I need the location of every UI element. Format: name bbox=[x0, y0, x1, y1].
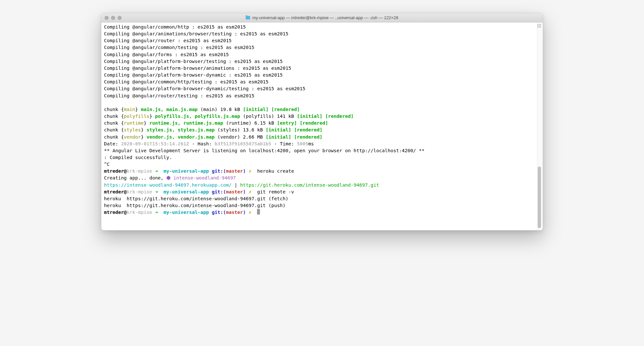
chunk-name: runtime bbox=[124, 120, 144, 126]
prompt-arrow-icon: ➜ bbox=[155, 168, 163, 174]
terminal-body[interactable]: Compiling @angular/common/http : es2015 … bbox=[101, 22, 543, 230]
terminal-window: my-universal-app — mtreder@krk-mpioe — .… bbox=[101, 13, 543, 230]
git-remote-line: heroku https://git.heroku.com/intense-wo… bbox=[104, 195, 540, 202]
chunk-files: styles.js, styles.js.map bbox=[147, 127, 215, 132]
compile-line: Compiling @angular/platform-browser-dyna… bbox=[104, 85, 540, 92]
close-button[interactable] bbox=[105, 16, 109, 20]
git-remote-line: heroku https://git.heroku.com/intense-wo… bbox=[104, 202, 540, 209]
chunk-line: chunk {styles} styles.js, styles.js.map … bbox=[104, 127, 540, 133]
chunk-tags: [initial] [rendered] bbox=[243, 107, 300, 112]
window-title-text: my-universal-app — mtreder@krk-mpioe — .… bbox=[252, 15, 398, 20]
prompt-dir: my-universal-app bbox=[163, 189, 212, 194]
prompt-git-label: git:( bbox=[212, 168, 226, 174]
heroku-urls-line: https://intense-woodland-94697.herokuapp… bbox=[104, 182, 540, 189]
compile-line: Compiling @angular/router/testing : es20… bbox=[104, 93, 540, 99]
build-info-line: Date: 2020-09-01T15:53:14.261Z - Hash: b… bbox=[104, 141, 540, 147]
build-hash: b3f513f91655875ab1b5 bbox=[214, 141, 271, 146]
prompt-git-branch: master bbox=[226, 168, 243, 174]
prompt-git-close: ) bbox=[243, 210, 249, 215]
folder-icon bbox=[246, 16, 250, 19]
chunk-line: chunk {runtime} runtime.js, runtime.js.m… bbox=[104, 120, 540, 127]
prompt-host: krk-mpioe bbox=[127, 168, 155, 174]
prompt-git-label: git:( bbox=[212, 210, 226, 215]
chunk-line: chunk {vendor} vendor.js, vendor.js.map … bbox=[104, 134, 540, 141]
chunk-meta: (styles) 13.6 kB bbox=[217, 127, 263, 132]
compile-line: Compiling @angular/forms : es2015 as esm… bbox=[104, 51, 540, 58]
chunk-meta: (vendor) 2.66 MB bbox=[217, 134, 263, 140]
chunk-meta: (polyfills) 141 kB bbox=[243, 114, 294, 119]
chunk-name: styles bbox=[124, 127, 141, 132]
prompt-git-branch: master bbox=[226, 189, 243, 194]
compile-line: Compiling @angular/animations/browser/te… bbox=[104, 31, 540, 37]
chunk-name: polyfills bbox=[124, 114, 149, 119]
chunk-tags: [initial] [rendered] bbox=[297, 114, 354, 119]
zoom-button[interactable] bbox=[118, 16, 122, 20]
compile-line: Compiling @angular/common/http/testing :… bbox=[104, 79, 540, 85]
chunk-meta: (main) 19.8 kB bbox=[200, 107, 240, 112]
prompt-line: mtreder@krk-mpioe ➜ my-universal-app git… bbox=[104, 168, 540, 175]
titlebar[interactable]: my-universal-app — mtreder@krk-mpioe — .… bbox=[101, 13, 543, 22]
scrollbar-thumb[interactable] bbox=[538, 167, 541, 228]
compile-line: Compiling @angular/platform-browser/test… bbox=[104, 58, 540, 65]
chunk-line: chunk {main} main.js, main.js.map (main)… bbox=[104, 106, 540, 113]
compile-line: Compiling @angular/router : es2015 as es… bbox=[104, 37, 540, 44]
compile-line: Compiling @angular/platform-browser-dyna… bbox=[104, 72, 540, 79]
blank-line bbox=[104, 99, 540, 106]
heroku-creating-line: Creating app... done, ⬢ intense-woodland… bbox=[104, 175, 540, 181]
heroku-web-url: https://intense-woodland-94697.herokuapp… bbox=[104, 182, 232, 188]
compile-line: Compiling @angular/common/testing : es20… bbox=[104, 44, 540, 51]
scrollbar-track[interactable] bbox=[537, 23, 542, 229]
prompt-git-branch: master bbox=[226, 210, 243, 215]
server-listening-line: ** Angular Live Development Server is li… bbox=[104, 147, 540, 154]
minimize-button[interactable] bbox=[111, 16, 115, 20]
prompt-arrow-icon: ➜ bbox=[155, 189, 163, 194]
prompt-dir: my-universal-app bbox=[163, 168, 212, 174]
compile-line: Compiling @angular/common/http : es2015 … bbox=[104, 24, 540, 31]
prompt-git-close: ) bbox=[243, 168, 249, 174]
chunk-tags: [initial] [rendered] bbox=[266, 127, 323, 132]
traffic-lights bbox=[105, 16, 122, 20]
compiled-success-line: : Compiled successfully. bbox=[104, 154, 540, 161]
prompt-host: krk-mpioe bbox=[127, 189, 155, 194]
chunk-name: vendor bbox=[124, 134, 141, 140]
compile-line: Compiling @angular/platform-browser/anim… bbox=[104, 65, 540, 72]
heroku-hex-icon: ⬢ bbox=[166, 175, 174, 180]
build-date: 2020-09-01T15:53:14.261Z bbox=[121, 141, 189, 146]
heroku-git-url: https://git.heroku.com/intense-woodland-… bbox=[240, 182, 379, 188]
chunk-name: main bbox=[124, 107, 135, 112]
prompt-dir: my-universal-app bbox=[163, 210, 212, 215]
heroku-app-name: intense-woodland-94697 bbox=[174, 175, 236, 180]
chunk-files: vendor.js, vendor.js.map bbox=[147, 134, 215, 140]
command-text: git remote -v bbox=[257, 189, 294, 194]
chunk-tags: [initial] [rendered] bbox=[266, 134, 323, 140]
prompt-line: mtreder@krk-mpioe ➜ my-universal-app git… bbox=[104, 189, 540, 195]
chunk-files: runtime.js, runtime.js.map bbox=[149, 120, 223, 126]
prompt-user: mtreder@ bbox=[104, 210, 127, 215]
prompt-user: mtreder@ bbox=[104, 189, 127, 194]
chunk-files: polyfills.js, polyfills.js.map bbox=[155, 114, 240, 119]
cursor bbox=[257, 209, 260, 215]
prompt-git-close: ) bbox=[243, 189, 249, 194]
chunk-tags: [entry] [rendered] bbox=[277, 120, 328, 126]
prompt-arrow-icon: ➜ bbox=[155, 210, 163, 215]
scrollbar-corner-icon bbox=[537, 24, 541, 28]
prompt-host: krk-mpioe bbox=[127, 210, 155, 215]
chunk-files: main.js, main.js.map bbox=[141, 107, 198, 112]
prompt-user: mtreder@ bbox=[104, 168, 127, 174]
prompt-dirty-icon: ✗ bbox=[249, 210, 251, 215]
window-title: my-universal-app — mtreder@krk-mpioe — .… bbox=[105, 15, 539, 20]
chunk-meta: (runtime) 6.15 kB bbox=[226, 120, 274, 126]
prompt-dirty-icon: ✗ bbox=[249, 168, 251, 174]
chunk-line: chunk {polyfills} polyfills.js, polyfill… bbox=[104, 113, 540, 120]
prompt-dirty-icon: ✗ bbox=[249, 189, 251, 194]
prompt-line[interactable]: mtreder@krk-mpioe ➜ my-universal-app git… bbox=[104, 209, 540, 216]
build-time: 5005 bbox=[297, 141, 308, 146]
interrupt-line: ^C bbox=[104, 161, 540, 168]
command-text: heroku create bbox=[257, 168, 294, 174]
prompt-git-label: git:( bbox=[212, 189, 226, 194]
